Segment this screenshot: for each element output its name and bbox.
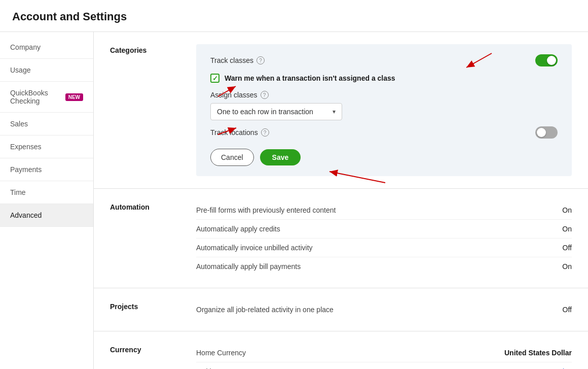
warn-checkbox-row: Warn me when a transaction isn't assigne… [210, 74, 558, 83]
currency-section: Currency Home Currency United States Dol… [94, 331, 588, 369]
sidebar-item-usage[interactable]: Usage [0, 59, 93, 82]
assign-classes-row: Assign classes ? One to each row in tran… [210, 91, 558, 120]
sidebar-item-quickbooks-checking[interactable]: QuickBooks Checking NEW [0, 82, 93, 113]
automation-row-label-2: Automatically invoice unbilled activity [196, 244, 313, 252]
assign-classes-value: One to each row in transaction [217, 108, 313, 116]
table-row: Automatically invoice unbilled activity … [196, 239, 572, 257]
table-row: Automatically apply credits On [196, 220, 572, 239]
track-locations-row: Track locations ? [210, 126, 558, 139]
automation-row-value-2: Off [563, 244, 572, 252]
button-row: Cancel Save [210, 149, 558, 166]
track-classes-label: Track classes ? [210, 56, 265, 64]
automation-row-label-1: Automatically apply credits [196, 225, 280, 233]
automation-row-value-1: On [562, 225, 572, 233]
track-classes-toggle-thumb [547, 56, 556, 65]
currency-body: Home Currency United States Dollar Multi… [196, 344, 572, 369]
track-locations-toggle[interactable] [535, 126, 558, 139]
categories-body: Track classes ? Warn me when [196, 44, 572, 176]
track-locations-help-icon[interactable]: ? [261, 128, 269, 137]
sidebar-item-expenses[interactable]: Expenses [0, 136, 93, 158]
assign-classes-dropdown[interactable]: One to each row in transaction ▾ [210, 103, 342, 120]
assign-classes-label: Assign classes ? [210, 91, 558, 99]
track-classes-row: Track classes ? [210, 54, 558, 66]
automation-row-label-0: Pre-fill forms with previously entered c… [196, 206, 336, 214]
categories-panel: Track classes ? Warn me when [196, 44, 572, 176]
table-row: Home Currency United States Dollar [196, 344, 572, 362]
table-row: Pre-fill forms with previously entered c… [196, 201, 572, 220]
table-row: Multicurrency On Manage Currencies [196, 362, 572, 369]
main-content: Categories Track classes ? [94, 32, 588, 369]
track-classes-toggle-track [535, 54, 558, 66]
assign-classes-text: Assign classes [210, 91, 258, 99]
sidebar-item-advanced[interactable]: Advanced [0, 204, 93, 227]
automation-label: Automation [110, 201, 176, 276]
automation-row-value-3: On [562, 262, 572, 271]
track-locations-text: Track locations [210, 128, 258, 137]
currency-row-value-0: United States Dollar [504, 349, 572, 357]
automation-body: Pre-fill forms with previously entered c… [196, 201, 572, 276]
sidebar-item-label: Sales [10, 120, 28, 128]
sidebar-item-label: Advanced [10, 211, 42, 219]
page-title: Account and Settings [0, 0, 588, 32]
sidebar-item-payments[interactable]: Payments [0, 158, 93, 181]
table-row: Automatically apply bill payments On [196, 257, 572, 276]
projects-section: Projects Organize all job-related activi… [94, 288, 588, 331]
categories-section: Categories Track classes ? [94, 32, 588, 189]
track-locations-label: Track locations ? [210, 128, 269, 137]
cancel-button[interactable]: Cancel [210, 149, 254, 166]
sidebar-item-label: Expenses [10, 143, 41, 151]
track-classes-text: Track classes [210, 56, 253, 64]
projects-body: Organize all job-related activity in one… [196, 300, 572, 319]
categories-label: Categories [110, 44, 176, 176]
new-badge: NEW [65, 93, 83, 101]
warn-checkbox-label: Warn me when a transaction isn't assigne… [225, 74, 395, 82]
sidebar-item-time[interactable]: Time [0, 181, 93, 204]
sidebar-item-label: QuickBooks Checking [10, 89, 61, 105]
projects-row-value-0: Off [563, 306, 572, 314]
sidebar-item-label: Time [10, 188, 26, 196]
save-button[interactable]: Save [260, 149, 301, 165]
sidebar: Company Usage QuickBooks Checking NEW Sa… [0, 32, 94, 369]
automation-row-value-0: On [562, 206, 572, 214]
sidebar-item-label: Company [10, 43, 41, 51]
projects-row-label-0: Organize all job-related activity in one… [196, 306, 334, 314]
chevron-down-icon: ▾ [333, 108, 336, 115]
automation-row-label-3: Automatically apply bill payments [196, 262, 301, 271]
currency-label: Currency [110, 344, 176, 369]
track-locations-toggle-track [535, 126, 558, 139]
sidebar-item-sales[interactable]: Sales [0, 113, 93, 136]
track-classes-toggle[interactable] [535, 54, 558, 66]
automation-section: Automation Pre-fill forms with previousl… [94, 189, 588, 288]
sidebar-item-label: Payments [10, 165, 42, 174]
table-row: Organize all job-related activity in one… [196, 300, 572, 319]
currency-row-label-0: Home Currency [196, 349, 246, 357]
sidebar-item-company[interactable]: Company [0, 36, 93, 59]
warn-checkbox[interactable] [210, 74, 219, 83]
track-locations-toggle-thumb [537, 128, 546, 137]
track-classes-help-icon[interactable]: ? [256, 56, 265, 64]
assign-classes-help-icon[interactable]: ? [261, 91, 269, 99]
sidebar-item-label: Usage [10, 66, 30, 74]
projects-label: Projects [110, 300, 176, 319]
